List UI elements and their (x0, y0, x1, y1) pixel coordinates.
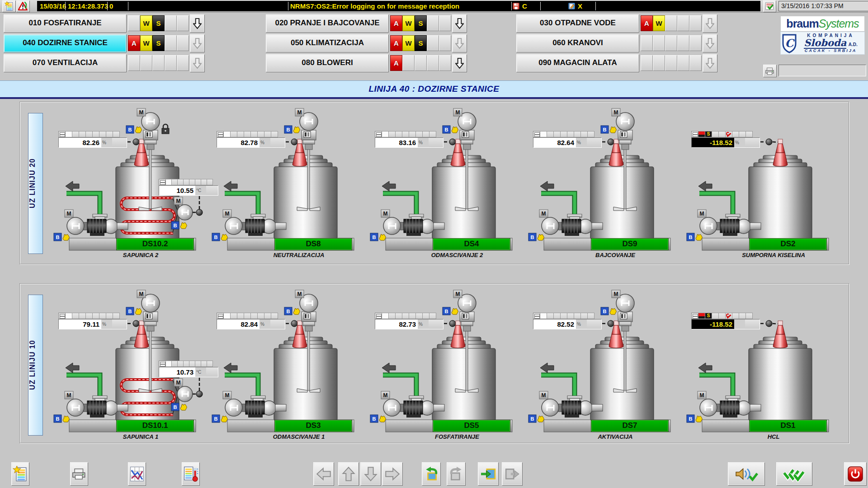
nav-screen-button-030[interactable]: 030 OTPADNE VODE (516, 14, 639, 33)
nav-screen-button-070[interactable]: 070 VENTILACIJA (4, 54, 127, 72)
display-filler (587, 138, 601, 147)
status-indicator-w[interactable]: W (140, 15, 152, 31)
status-indicator-w[interactable]: W (402, 15, 415, 31)
level-display[interactable]: 82.78% (217, 131, 285, 148)
station-name: SUMPORNA KISELINA (703, 252, 844, 258)
bar-segment (382, 131, 389, 137)
sloboda-logo: C KOMPANIJA Sloboda A.D. ČAČAK - SRBIJA (780, 32, 865, 55)
status-indicator-s[interactable]: S (415, 35, 427, 51)
display-bar (58, 131, 127, 137)
bar-segment (732, 313, 739, 319)
status-indicator-a[interactable]: A (390, 35, 402, 51)
level-display[interactable]: 82.52% (533, 313, 602, 329)
unit-label: % (101, 138, 112, 147)
level-display[interactable]: S-118.52% (691, 131, 760, 148)
exit-button[interactable] (844, 462, 867, 486)
nav-screen-button-010[interactable]: 010 FOSFATIRANJE (4, 14, 127, 33)
status-indicator-w[interactable]: W (140, 35, 152, 51)
city-text: ČAČAK - SRBIJA (797, 49, 864, 53)
alarm-list-button[interactable] (2, 0, 16, 12)
bar-segment (178, 179, 184, 185)
status-indicator-empty (677, 55, 689, 71)
level-display[interactable]: 82.26% (58, 131, 127, 148)
ad-text: A.D. (849, 42, 858, 47)
dosing-station-DS2: M B (683, 108, 841, 261)
bar-segment (581, 131, 588, 137)
bar-segment (264, 313, 271, 319)
bar-segment (402, 313, 409, 319)
bar-segment (113, 313, 120, 319)
flow-arrow-icon (66, 181, 79, 191)
bar-segment (113, 131, 120, 137)
bar-segment (201, 361, 207, 367)
manual-hand-icon (696, 234, 702, 240)
status-indicator-w[interactable]: W (653, 15, 665, 31)
status-indicator-s[interactable]: S (152, 35, 165, 51)
nav-screen-button-090[interactable]: 090 MAGACIN ALATA (516, 54, 639, 72)
report-print-button[interactable] (70, 462, 88, 486)
display-bar (58, 313, 127, 319)
bar-segment (79, 131, 86, 137)
bar-segment (166, 179, 172, 185)
level-display[interactable]: 79.11% (58, 313, 127, 329)
status-indicator-a[interactable]: A (128, 35, 140, 51)
nav-screen-button-080[interactable]: 080 BLOWERI (266, 54, 389, 72)
level-sensor-node (133, 139, 139, 145)
unit-label: % (576, 319, 587, 329)
nav-screen-button-050[interactable]: 050 KLIMATIZACIJA (266, 34, 389, 52)
flow-arrow-icon (224, 363, 237, 373)
nav-down-arrow-button[interactable] (452, 54, 467, 72)
bar-segment (258, 131, 264, 137)
status-indicator-a[interactable]: A (641, 15, 653, 31)
ack-all-button[interactable] (776, 462, 812, 486)
status-indicator-s[interactable]: S (152, 15, 165, 31)
status-indicator-empty (439, 15, 451, 31)
screen-back-button[interactable] (422, 462, 441, 486)
svg-text:B: B (56, 416, 60, 422)
level-display[interactable]: 83.16% (375, 131, 443, 148)
trend-button[interactable] (128, 462, 146, 486)
level-display[interactable]: 82.64% (533, 131, 602, 148)
svg-text:M: M (297, 291, 302, 297)
level-value: 79.11 (59, 319, 101, 329)
separator (288, 2, 288, 10)
level-display[interactable]: 82.73% (375, 313, 443, 329)
screen-select-button[interactable] (478, 462, 499, 486)
bar-segment (244, 313, 251, 319)
status-indicator-empty (641, 35, 653, 51)
level-value: 83.16 (375, 138, 418, 147)
dosing-station-DS1: M B (683, 289, 841, 443)
status-indicator-empty (402, 55, 415, 71)
temperature-button[interactable] (182, 462, 200, 486)
alarm-list-button[interactable] (11, 462, 29, 486)
nav-down-arrow-button[interactable] (452, 14, 467, 33)
station-tag-plate: DS7 (591, 420, 669, 432)
station-tag-plate: DS5 (433, 420, 510, 432)
status-indicator-w[interactable]: W (402, 35, 415, 51)
nav-screen-button-040[interactable]: 040 DOZIRNE STANICE (4, 34, 127, 52)
nav-down-arrow-button[interactable] (190, 14, 205, 33)
manual-hand-icon (452, 308, 458, 314)
bar-segment (231, 131, 237, 137)
level-display[interactable]: S-118.52 (691, 313, 760, 329)
horn-ack-button[interactable] (728, 462, 765, 486)
level-display[interactable]: 82.84% (217, 313, 285, 329)
nav-screen-button-020[interactable]: 020 PRANJE I BAJCOVANJE (266, 14, 389, 33)
display-bar (533, 313, 602, 319)
status-indicator-s[interactable]: S (415, 15, 427, 31)
status-indicator-empty (152, 55, 165, 71)
alarm-ack-button[interactable] (16, 0, 30, 12)
bar-segment (251, 313, 258, 319)
alarm-line: 15/03/16 12:14:28.373 0 NRMS7:OS2:Error … (37, 1, 760, 11)
bar-segment (66, 131, 72, 137)
bar-segment (719, 131, 726, 137)
bar-segment (719, 313, 726, 319)
print-screen-button[interactable] (763, 65, 777, 77)
status-indicator-a[interactable]: A (390, 15, 402, 31)
clock-ack-button[interactable] (763, 0, 776, 12)
down-arrow-icon (193, 38, 202, 50)
status-indicator-a[interactable]: A (390, 55, 402, 71)
bar-segment (382, 313, 389, 319)
flow-arrow-icon (224, 181, 237, 191)
nav-screen-button-060[interactable]: 060 KRANOVI (516, 34, 639, 52)
